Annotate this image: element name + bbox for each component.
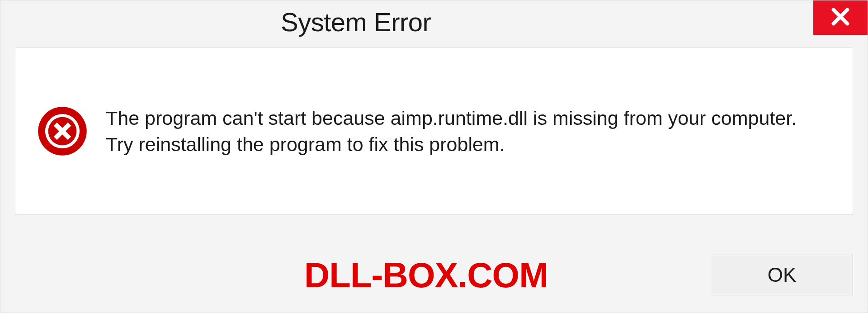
close-icon (830, 6, 851, 29)
error-icon (37, 106, 88, 156)
close-button[interactable] (813, 0, 868, 35)
watermark-text: DLL-BOX.COM (304, 255, 548, 296)
content-area: The program can't start because aimp.run… (15, 47, 853, 215)
ok-button[interactable]: OK (711, 255, 853, 295)
error-dialog: System Error The program can't start bec… (0, 0, 868, 313)
error-message: The program can't start because aimp.run… (106, 105, 802, 157)
titlebar: System Error (0, 0, 868, 44)
dialog-footer: DLL-BOX.COM OK (15, 246, 853, 304)
dialog-title: System Error (281, 7, 431, 37)
